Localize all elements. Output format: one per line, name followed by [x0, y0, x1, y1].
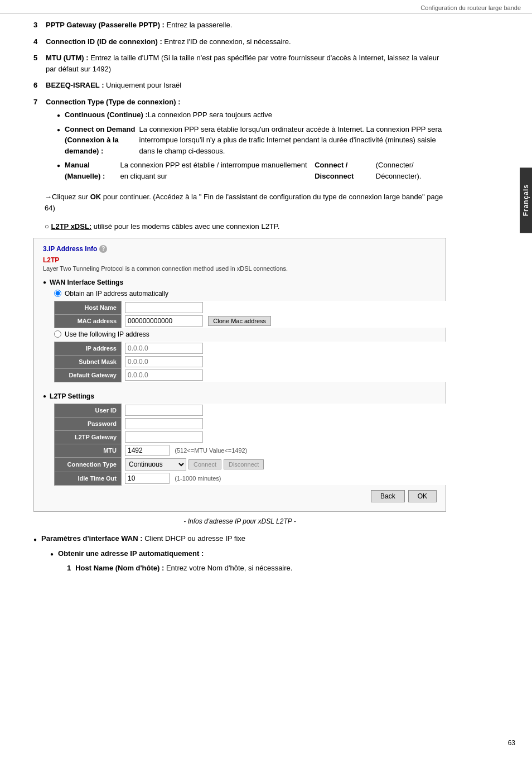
- connection-type-list: Continuous (Continue) : La connexion PPP…: [57, 109, 446, 181]
- l2tp-fields-table: User ID Password L2TP Gateway MTU: [54, 404, 448, 486]
- ip-address-label: IP address: [55, 342, 122, 355]
- item-4: 4 Connection ID (ID de connexion) : Entr…: [33, 36, 446, 47]
- user-id-input[interactable]: [125, 405, 203, 416]
- subnet-mask-input[interactable]: [125, 356, 203, 367]
- default-gateway-input[interactable]: [125, 370, 203, 381]
- bullet-manual: Manual (Manuelle) : La connexion PPP est…: [57, 160, 446, 181]
- wan-params-bullet: ● Paramètres d'interface WAN : Client DH…: [33, 533, 446, 544]
- mtu-row: MTU (512<=MTU Value<=1492): [55, 444, 448, 457]
- mtu-hint: (512<=MTU Value<=1492): [175, 447, 247, 454]
- host-name-input[interactable]: [125, 302, 203, 313]
- idle-timeout-row: Idle Time Out (1-1000 minutes): [55, 472, 448, 485]
- bullet-continuous: Continuous (Continue) : La connexion PPP…: [57, 109, 446, 121]
- page-header: Configuration du routeur large bande: [0, 0, 532, 14]
- obtain-auto-bullet: ● Obtenir une adresse IP automatiquement…: [50, 548, 446, 559]
- subnet-mask-label: Subnet Mask: [55, 355, 122, 368]
- connection-type-select[interactable]: Continuous Connect on Demand Manual: [125, 458, 186, 471]
- idle-timeout-label: Idle Time Out: [55, 472, 122, 485]
- config-box-buttons: Back OK: [43, 490, 437, 502]
- bottom-section: ● Paramètres d'interface WAN : Client DH…: [33, 533, 446, 574]
- manual-fields-table: IP address Subnet Mask Default Gateway: [54, 342, 448, 382]
- ip-address-input[interactable]: [125, 343, 203, 354]
- mtu-label: MTU: [55, 444, 122, 457]
- config-box: 3.IP Address Info ? L2TP Layer Two Tunne…: [33, 238, 446, 512]
- host-name-row: Host Name: [55, 301, 448, 314]
- mac-address-row: MAC address Clone Mac address: [55, 314, 448, 328]
- item-6: 6 BEZEQ-ISRAEL : Uniquement pour Israël: [33, 80, 446, 91]
- connect-button[interactable]: Connect: [188, 459, 221, 469]
- item-7: 7 Connection Type (Type de connexion) : …: [33, 97, 446, 185]
- clone-mac-button[interactable]: Clone Mac address: [208, 316, 271, 326]
- language-tab: Français: [520, 167, 532, 233]
- mac-address-input[interactable]: [125, 315, 203, 327]
- l2tp-gateway-input[interactable]: [125, 431, 203, 443]
- mac-address-label: MAC address: [55, 314, 122, 328]
- page-number: 63: [508, 739, 515, 747]
- ok-button[interactable]: OK: [408, 490, 437, 502]
- config-box-title: 3.IP Address Info ?: [43, 245, 437, 253]
- arrow-note: →Cliquez sur OK pour continuer. (Accédez…: [45, 191, 446, 213]
- password-label: Password: [55, 417, 122, 430]
- bullet-connect-on-demand: Connect on Demand (Connexion à la demand…: [57, 124, 446, 157]
- user-id-row: User ID: [55, 404, 448, 417]
- l2tp-gateway-label: L2TP Gateway: [55, 430, 122, 444]
- caption: - Infos d'adresse IP pour xDSL L2TP -: [33, 517, 446, 525]
- back-button[interactable]: Back: [371, 490, 405, 502]
- numbered-sub-1: 1 Host Name (Nom d'hôte) : Entrez votre …: [67, 563, 446, 574]
- mtu-input[interactable]: [125, 445, 170, 456]
- connection-type-label: Connection Type: [55, 457, 122, 472]
- connection-type-controls: Continuous Connect on Demand Manual Conn…: [125, 458, 444, 471]
- default-gateway-label: Default Gateway: [55, 368, 122, 382]
- l2tp-label: L2TP: [43, 256, 437, 264]
- idle-timeout-input[interactable]: [125, 473, 170, 484]
- l2tp-section-header: L2TP Settings: [43, 392, 437, 400]
- user-id-label: User ID: [55, 404, 122, 417]
- host-name-label: Host Name: [55, 301, 122, 314]
- radio-manual[interactable]: [54, 330, 61, 338]
- wan-section-header: WAN Interface Settings: [43, 279, 437, 286]
- disconnect-button[interactable]: Disconnect: [224, 459, 264, 469]
- password-row: Password: [55, 417, 448, 430]
- idle-hint: (1-1000 minutes): [175, 475, 221, 482]
- l2tp-description: Layer Two Tunneling Protocol is a common…: [43, 265, 437, 272]
- l2tp-intro: ○ L2TP xDSL: utilisé pour les modems câb…: [45, 221, 446, 232]
- password-input[interactable]: [125, 418, 203, 429]
- radio-auto-row[interactable]: Obtain an IP address automatically: [54, 290, 437, 298]
- ip-address-row: IP address: [55, 342, 448, 355]
- subnet-mask-row: Subnet Mask: [55, 355, 448, 368]
- radio-auto[interactable]: [54, 290, 61, 297]
- auto-fields-table: Host Name MAC address Clone Mac address: [54, 301, 448, 328]
- l2tp-gateway-row: L2TP Gateway: [55, 430, 448, 444]
- item-5: 5 MTU (UTM) : Entrez la taille d'UTM (Si…: [33, 52, 446, 74]
- item-3: 3 PPTP Gateway (Passerelle PPTP) : Entre…: [33, 20, 446, 31]
- help-icon[interactable]: ?: [99, 245, 107, 253]
- default-gateway-row: Default Gateway: [55, 368, 448, 382]
- radio-manual-row[interactable]: Use the following IP address: [54, 330, 437, 338]
- connection-type-row: Connection Type Continuous Connect on De…: [55, 457, 448, 472]
